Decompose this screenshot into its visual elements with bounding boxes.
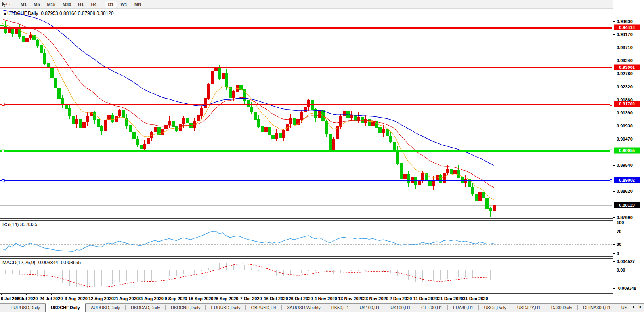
- price-level-badge: 0.93001: [614, 65, 640, 70]
- line-handle[interactable]: [610, 103, 612, 105]
- date-tick: [426, 294, 426, 295]
- price-chart-panel[interactable]: ◄USDCHF,Daily 0.87953 0.88166 0.87908 0.…: [0, 9, 613, 219]
- chart-tab-hk50-h1[interactable]: HK50,H1: [326, 304, 354, 312]
- date-tick: [351, 294, 351, 295]
- toolbar-grip[interactable]: [13, 1, 15, 7]
- date-tick: [451, 294, 451, 295]
- tf-button-m5[interactable]: M5: [31, 1, 43, 8]
- axis-tick: [613, 126, 615, 126]
- chart-tab-dj30-daily[interactable]: DJ30,Daily: [546, 304, 577, 312]
- line-handle[interactable]: [610, 150, 612, 152]
- price-level-badge: 0.91709: [614, 101, 640, 107]
- date-label: 21 Aug 2020: [113, 296, 139, 301]
- price-axis-label: 0.89540: [617, 163, 633, 167]
- date-tick: [251, 294, 251, 295]
- date-tick: [401, 294, 401, 295]
- tf-button-h4[interactable]: H4: [88, 1, 99, 8]
- chart-tab-audusd-daily[interactable]: AUDUSD,Daily: [86, 304, 125, 312]
- date-label: 12 Aug 2020: [88, 296, 114, 301]
- axis-tick: [613, 288, 615, 289]
- chart-tab-usoil-daily[interactable]: USOil,Daily: [479, 304, 511, 312]
- candlestick-chart[interactable]: [0, 9, 612, 217]
- tf-button-h1[interactable]: H1: [75, 1, 87, 8]
- chart-tab-eurusd-daily[interactable]: EURUSD,Daily: [6, 304, 45, 312]
- axis-tick: [613, 261, 615, 262]
- axis-tick: [613, 232, 615, 232]
- line-handle[interactable]: [610, 179, 612, 182]
- line-handle[interactable]: [2, 179, 4, 182]
- rsi-label: RSI(14) 35.4335: [2, 222, 37, 227]
- chart-tab-uk100-h1[interactable]: UK100,H1: [385, 304, 416, 312]
- tf-button-d1[interactable]: D1: [105, 1, 117, 8]
- chart-tab-usdchf-daily[interactable]: USDCHF,Daily: [45, 303, 86, 312]
- tf-button-m30[interactable]: M30: [59, 1, 74, 8]
- date-label: 23 Nov 2020: [363, 296, 388, 301]
- axis-tick: [613, 191, 615, 192]
- chart-tab-xauusd-weekly[interactable]: XAUUSD,Weekly: [282, 304, 326, 312]
- chart-tab-usdcnh-daily[interactable]: USDCNH,Daily: [166, 304, 206, 312]
- macd-panel[interactable]: MACD(12,26,9) -0.003844 -0.003555: [0, 258, 613, 294]
- date-label: 28 Sep 2020: [214, 296, 239, 301]
- chart-symbol-label: USDCHF,Daily: [7, 11, 38, 16]
- rsi-line: [2, 231, 494, 252]
- price-axis-label: 0.92780: [617, 71, 633, 76]
- macd-axis-label: 0.00: [617, 268, 625, 272]
- tab-scroll-right-icon[interactable]: ►: [638, 304, 643, 309]
- date-tick: [201, 294, 201, 295]
- mt4-window: ▼ M1 M5 M15 M30 H1 H4 D1 W1 MN ◄USDCHF,D…: [0, 0, 644, 312]
- line-handle[interactable]: [2, 103, 4, 105]
- line-handle[interactable]: [2, 150, 4, 152]
- chart-tab-uk100-h1[interactable]: UK100,H1: [354, 304, 385, 312]
- rsi-panel[interactable]: RSI(14) 35.4335: [0, 220, 613, 257]
- tf-button-m1[interactable]: M1: [17, 1, 30, 8]
- toolbar-separator: [147, 1, 147, 7]
- date-label: 2 Dec 2020: [390, 296, 412, 301]
- axis-tick: [613, 270, 615, 270]
- date-label: 15 Jul 2020: [15, 296, 38, 301]
- date-label: 31 Dec 2020: [463, 296, 488, 301]
- chart-tab-china300-h1[interactable]: CHINA300,H1: [578, 304, 616, 312]
- date-label: 7 Oct 2020: [240, 296, 262, 301]
- chart-title: ◄USDCHF,Daily 0.87953 0.88166 0.87908 0.…: [3, 11, 114, 16]
- tf-button-mn[interactable]: MN: [131, 1, 144, 8]
- date-label: 13 Nov 2020: [338, 296, 363, 301]
- macd-label: MACD(12,26,9) -0.003844 -0.003555: [2, 260, 81, 265]
- axis-tick: [613, 113, 615, 113]
- axis-tick: [613, 74, 615, 74]
- date-tick: [1, 294, 2, 295]
- chart-tab-gbpusd-h4[interactable]: GBPUSD,H4: [246, 304, 281, 312]
- rsi-chart[interactable]: [0, 221, 612, 255]
- chart-tab-fra40-h1[interactable]: FRA40,H1: [448, 304, 478, 312]
- tf-button-m15[interactable]: M15: [44, 1, 59, 8]
- chart-tab-usdjpy-h1[interactable]: USDJPY,H1: [512, 304, 546, 312]
- date-tick: [326, 294, 326, 295]
- date-label: 24 Jul 2020: [40, 296, 63, 301]
- tf-button-w1[interactable]: W1: [118, 1, 131, 8]
- chart-tab-eurusd-daily[interactable]: EURUSD,Daily: [206, 304, 245, 312]
- chart-tab-ger30-h1[interactable]: GER30,H1: [416, 304, 447, 312]
- macd-chart[interactable]: [0, 259, 612, 293]
- chart-tab-us[interactable]: US: [616, 304, 627, 312]
- price-level-badge: 0.89002: [614, 177, 640, 183]
- date-tick: [301, 294, 301, 295]
- date-label: 26 Oct 2020: [289, 296, 313, 301]
- macd-histogram: [2, 263, 494, 288]
- axis-tick: [613, 48, 615, 48]
- tab-scroll-left-icon[interactable]: ◄: [631, 304, 636, 309]
- axis-tick: [613, 87, 615, 87]
- price-axis[interactable]: 0.946300.941700.937100.932400.927800.923…: [613, 0, 644, 294]
- chart-tab-bar: EURUSD,DailyUSDCHF,DailyAUDUSD,DailyUSDC…: [0, 303, 644, 312]
- date-axis[interactable]: 6 Jul 202015 Jul 202024 Jul 20203 Aug 20…: [0, 294, 613, 303]
- axis-tick: [613, 139, 615, 139]
- axis-tick: [613, 61, 615, 61]
- chart-tab-usdcad-daily[interactable]: USDCAD,Daily: [126, 304, 165, 312]
- rsi-axis-label: 30: [617, 242, 621, 247]
- date-label: 9 Sep 2020: [165, 296, 187, 301]
- date-label: 16 Oct 2020: [264, 296, 288, 301]
- price-axis-label: 0.88620: [617, 189, 633, 194]
- date-label: 4 Nov 2020: [314, 296, 337, 301]
- timeframe-toolbar: ▼ M1 M5 M15 M30 H1 H4 D1 W1 MN: [0, 0, 644, 9]
- date-tick: [76, 294, 76, 295]
- chart-cursor-tool[interactable]: ▼: [2, 2, 11, 7]
- date-tick: [51, 294, 52, 295]
